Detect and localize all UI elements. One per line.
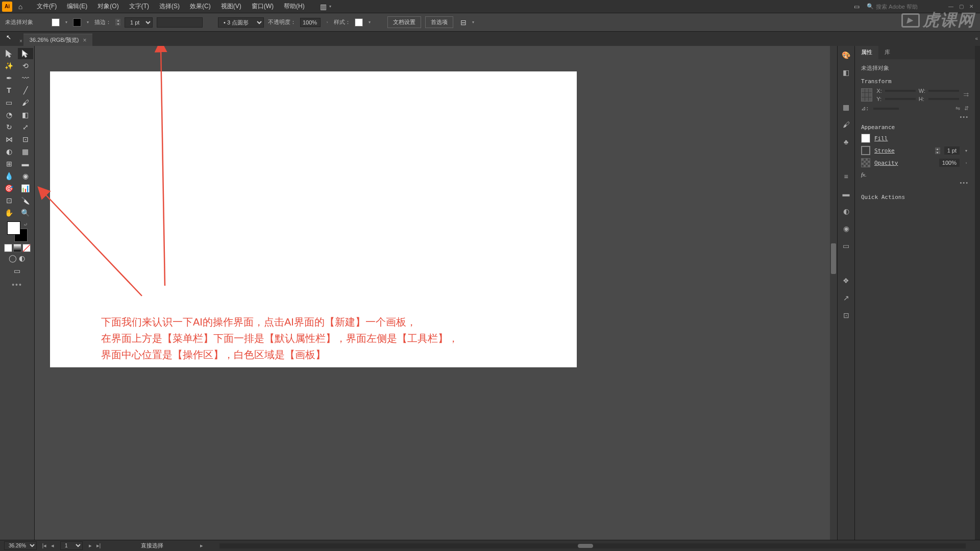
- color-guide-icon[interactable]: ◧: [841, 67, 851, 78]
- appearance-stroke-spinner[interactable]: ▴▾: [935, 147, 940, 154]
- layers-panel-icon[interactable]: ❖: [841, 276, 851, 286]
- layout-icon[interactable]: ▥: [320, 3, 327, 11]
- line-tool[interactable]: ╱: [18, 85, 33, 96]
- symbols-panel-icon[interactable]: ♣: [841, 137, 851, 147]
- gradient-tool[interactable]: ▬: [18, 158, 33, 169]
- swatches-panel-icon[interactable]: ▦: [841, 102, 851, 112]
- mesh-tool[interactable]: ⊞: [2, 158, 17, 169]
- toolbox-more-icon[interactable]: •••: [12, 281, 22, 289]
- selection-tool[interactable]: [2, 48, 17, 59]
- appearance-opacity-value[interactable]: 100%: [939, 159, 960, 167]
- style-dropdown-icon[interactable]: ▾: [367, 20, 372, 24]
- stroke-swatch[interactable]: [73, 18, 81, 27]
- menu-view[interactable]: 视图(V): [216, 0, 247, 13]
- swap-colors-icon[interactable]: ⤾: [23, 221, 28, 227]
- screen-mode-icon[interactable]: ▭: [10, 265, 25, 277]
- menu-window[interactable]: 窗口(W): [247, 0, 279, 13]
- stroke-spinner[interactable]: ▴▾: [115, 19, 120, 26]
- scale-tool[interactable]: ⤢: [18, 121, 33, 133]
- first-artboard-icon[interactable]: |◂: [41, 542, 48, 549]
- stroke-dropdown-icon[interactable]: ▾: [85, 20, 90, 24]
- magic-wand-tool[interactable]: ✨: [2, 60, 17, 71]
- menu-object[interactable]: 对象(O): [92, 0, 124, 13]
- fill-dropdown-icon[interactable]: ▾: [64, 20, 69, 24]
- x-value[interactable]: [885, 90, 916, 92]
- angle-value[interactable]: [873, 108, 899, 110]
- rotate-tool[interactable]: ↻: [2, 121, 17, 133]
- graphic-styles-icon[interactable]: ▭: [841, 241, 851, 251]
- menu-select[interactable]: 选择(S): [154, 0, 185, 13]
- style-swatch[interactable]: [355, 18, 363, 27]
- menu-help[interactable]: 帮助(H): [279, 0, 310, 13]
- document-tab-close-icon[interactable]: ×: [83, 37, 86, 44]
- brush-select[interactable]: • 3 点圆形: [218, 17, 264, 28]
- document-tab[interactable]: 36.26% (RGB/预览) ×: [23, 34, 93, 46]
- align-dropdown-icon[interactable]: ▾: [471, 20, 476, 24]
- appearance-opacity-label[interactable]: Opacity: [874, 160, 935, 166]
- appearance-more-icon[interactable]: •••: [861, 180, 969, 186]
- appearance-fill-swatch[interactable]: [861, 134, 870, 143]
- opacity-input[interactable]: [300, 18, 321, 27]
- appearance-stroke-swatch[interactable]: [861, 146, 870, 155]
- appearance-opacity-swatch[interactable]: [861, 158, 870, 167]
- flip-h-icon[interactable]: ⇋: [955, 105, 960, 112]
- direct-selection-tool[interactable]: [18, 48, 33, 59]
- stroke-weight-select[interactable]: 1 pt: [125, 17, 153, 28]
- blend-tool[interactable]: ◉: [18, 170, 33, 182]
- hand-tool[interactable]: ✋: [2, 207, 17, 218]
- libraries-tab[interactable]: 库: [878, 46, 896, 59]
- transform-more-icon[interactable]: •••: [861, 114, 969, 120]
- appearance-panel-icon[interactable]: ◉: [841, 223, 851, 234]
- draw-behind-icon[interactable]: ◐: [18, 254, 26, 262]
- menu-type[interactable]: 文字(T): [124, 0, 154, 13]
- tab-close-prev[interactable]: ×: [19, 38, 22, 44]
- last-artboard-icon[interactable]: ▸|: [95, 542, 102, 549]
- status-flyout-icon[interactable]: ▸: [198, 542, 205, 549]
- asset-export-icon[interactable]: ↗: [841, 293, 851, 303]
- graph-tool[interactable]: 📊: [18, 183, 33, 194]
- foreground-color[interactable]: [7, 221, 20, 235]
- perspective-tool[interactable]: ▦: [18, 146, 33, 157]
- transparency-panel-icon[interactable]: ◐: [841, 206, 851, 216]
- appearance-stroke-dropdown-icon[interactable]: ▾: [964, 148, 969, 153]
- search-input[interactable]: [876, 4, 937, 10]
- flip-v-icon[interactable]: ⇵: [964, 105, 969, 112]
- free-transform-tool[interactable]: ⊡: [18, 134, 33, 145]
- eyedropper-tool[interactable]: 💧: [2, 170, 17, 182]
- type-tool[interactable]: T: [2, 85, 17, 96]
- shaper-tool[interactable]: ◔: [2, 109, 17, 120]
- reference-point[interactable]: [861, 88, 872, 102]
- lasso-tool[interactable]: ⟲: [18, 60, 33, 71]
- appearance-stroke-value[interactable]: 1 pt: [944, 146, 960, 155]
- opacity-flyout-icon[interactable]: ›: [325, 20, 330, 24]
- artboards-panel-icon[interactable]: ⊡: [841, 310, 851, 320]
- paintbrush-tool[interactable]: 🖌: [18, 97, 33, 108]
- fill-swatch[interactable]: [52, 18, 60, 27]
- color-panel-icon[interactable]: 🎨: [841, 50, 851, 60]
- draw-normal-icon[interactable]: ◯: [9, 254, 17, 262]
- appearance-fill-label[interactable]: Fill: [874, 135, 969, 142]
- color-mode-gradient[interactable]: [13, 244, 21, 252]
- collapsed-panel-strip[interactable]: [975, 46, 980, 540]
- artboard-select[interactable]: 1: [60, 541, 83, 550]
- tab-flyout-icon[interactable]: «: [975, 36, 978, 41]
- eraser-tool[interactable]: ◧: [18, 109, 33, 120]
- color-mode-none[interactable]: [22, 244, 31, 252]
- prev-artboard-icon[interactable]: ◂: [49, 542, 56, 549]
- color-mode-fill[interactable]: [4, 244, 12, 252]
- color-picker[interactable]: ⤾: [7, 221, 28, 242]
- curvature-tool[interactable]: 〰: [18, 72, 33, 84]
- next-artboard-icon[interactable]: ▸: [87, 542, 94, 549]
- w-value[interactable]: [928, 90, 959, 92]
- h-value[interactable]: [928, 98, 959, 100]
- horizontal-scrollbar[interactable]: [219, 543, 966, 548]
- zoom-tool[interactable]: 🔍: [18, 207, 33, 218]
- doc-setup-button[interactable]: 文档设置: [387, 16, 421, 28]
- zoom-select[interactable]: 36.26%: [4, 541, 37, 550]
- brushes-panel-icon[interactable]: 🖌: [841, 119, 851, 130]
- width-tool[interactable]: ⋈: [2, 134, 17, 145]
- menu-file[interactable]: 文件(F): [32, 0, 62, 13]
- stroke-profile[interactable]: [157, 17, 203, 28]
- y-value[interactable]: [885, 98, 916, 100]
- pen-tool[interactable]: ✒: [2, 72, 17, 84]
